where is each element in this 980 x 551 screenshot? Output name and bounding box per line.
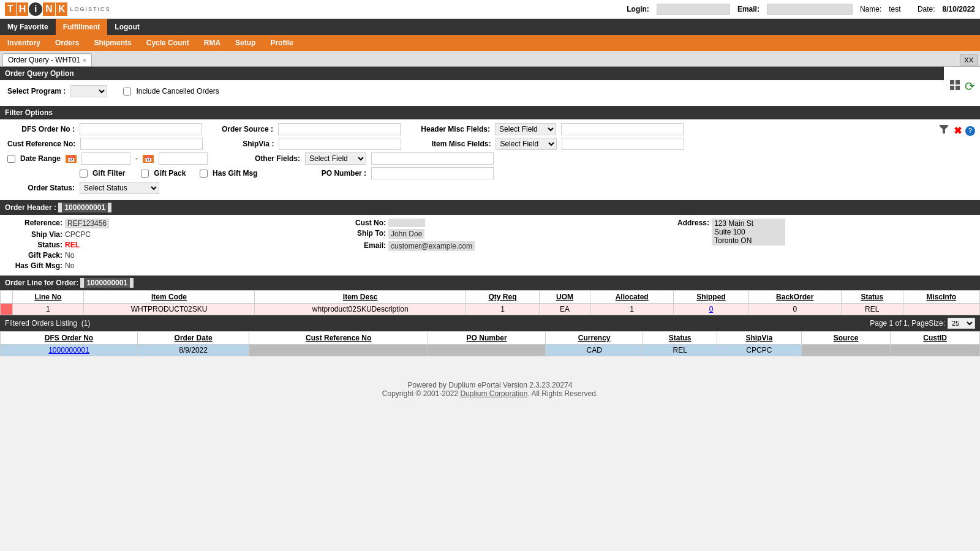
export-icon[interactable] bbox=[949, 79, 961, 94]
cust-ref-no-input[interactable] bbox=[80, 138, 203, 150]
fo-th-cust-id-link[interactable]: CustID bbox=[923, 334, 947, 342]
th-item-desc[interactable]: Item Desc bbox=[255, 291, 466, 304]
dfs-order-no-input[interactable] bbox=[80, 123, 202, 135]
filtered-orders-row[interactable]: 1000000001 8/9/2022 CAD REL CPCPC bbox=[1, 345, 980, 356]
header-misc-label: Header Misc Fields: bbox=[417, 125, 490, 133]
date-from-cal-btn[interactable]: 📅 bbox=[66, 155, 77, 163]
fo-th-ship-via-link[interactable]: ShipVia bbox=[745, 334, 772, 342]
login-input[interactable] bbox=[657, 4, 730, 15]
nav2-cycle-count[interactable]: Cycle Count bbox=[139, 35, 197, 51]
item-misc-value-input[interactable] bbox=[562, 138, 684, 150]
td-shipped[interactable]: 0 bbox=[674, 304, 749, 315]
order-source-input[interactable] bbox=[278, 123, 401, 135]
th-line-no-link[interactable]: Line No bbox=[34, 293, 61, 301]
other-fields-select[interactable]: Select Field bbox=[305, 152, 366, 165]
nav2-orders[interactable]: Orders bbox=[48, 35, 86, 51]
fo-th-order-date[interactable]: Order Date bbox=[138, 332, 249, 345]
th-qty-req[interactable]: Qty Req bbox=[466, 291, 540, 304]
nav1-logout[interactable]: Logout bbox=[107, 19, 147, 35]
th-misc-info[interactable]: MiscInfo bbox=[903, 291, 979, 304]
ship-via-input[interactable] bbox=[279, 138, 401, 150]
top-header: T H i N K LOGISTICS Login: Email: Name: … bbox=[0, 0, 980, 19]
nav1-fulfillment[interactable]: Fulfillment bbox=[56, 19, 108, 35]
th-allocated[interactable]: Allocated bbox=[590, 291, 674, 304]
fo-th-order-no[interactable]: DFS Order No bbox=[1, 332, 138, 345]
nav2-rma[interactable]: RMA bbox=[197, 35, 228, 51]
nav2-shipments[interactable]: Shipments bbox=[86, 35, 138, 51]
th-backorder-link[interactable]: BackOrder bbox=[776, 293, 813, 301]
fo-td-po-number bbox=[428, 345, 546, 356]
logo-k: K bbox=[56, 2, 68, 16]
th-uom[interactable]: UOM bbox=[539, 291, 590, 304]
date-from-input[interactable] bbox=[81, 152, 130, 165]
clear-filter-icon[interactable]: ✖ bbox=[954, 125, 962, 137]
th-item-desc-link[interactable]: Item Desc bbox=[343, 293, 378, 301]
fo-th-cust-id[interactable]: CustID bbox=[891, 332, 980, 345]
fo-th-po-number[interactable]: PO Number bbox=[428, 332, 546, 345]
fo-th-cust-ref-link[interactable]: Cust Reference No bbox=[306, 334, 371, 342]
fo-th-po-number-link[interactable]: PO Number bbox=[467, 334, 507, 342]
order-status-select[interactable]: Select Status REL HOLD PEND bbox=[80, 182, 159, 194]
td-shipped-link[interactable]: 0 bbox=[709, 305, 714, 313]
fo-th-order-date-link[interactable]: Order Date bbox=[175, 334, 213, 342]
date-to-input[interactable] bbox=[159, 152, 208, 165]
fo-th-status[interactable]: Status bbox=[643, 332, 717, 345]
th-misc-info-link[interactable]: MiscInfo bbox=[927, 293, 957, 301]
has-gift-msg-checkbox[interactable] bbox=[200, 170, 208, 178]
gift-pack-checkbox[interactable] bbox=[141, 170, 149, 178]
fo-th-ship-via[interactable]: ShipVia bbox=[717, 332, 801, 345]
tab-close[interactable]: × bbox=[83, 57, 86, 64]
th-shipped-link[interactable]: Shipped bbox=[696, 293, 725, 301]
reference-row: Reference: REF123456 bbox=[7, 219, 326, 228]
th-uom-link[interactable]: UOM bbox=[556, 293, 573, 301]
footer-link[interactable]: Duplium Corporation bbox=[460, 389, 527, 398]
date-range-checkbox[interactable] bbox=[7, 155, 15, 163]
help-icon[interactable]: ? bbox=[965, 126, 975, 136]
th-allocated-link[interactable]: Allocated bbox=[616, 293, 649, 301]
header-misc-select[interactable]: Select Field bbox=[495, 123, 556, 135]
logo-logistics: LOGISTICS bbox=[70, 6, 110, 12]
fo-th-currency[interactable]: Currency bbox=[545, 332, 643, 345]
th-shipped[interactable]: Shipped bbox=[674, 291, 749, 304]
fo-th-order-no-link[interactable]: DFS Order No bbox=[45, 334, 93, 342]
tab-close-button[interactable]: XX bbox=[960, 54, 978, 66]
fo-th-source[interactable]: Source bbox=[801, 332, 891, 345]
refresh-icon[interactable]: ⟳ bbox=[965, 79, 975, 94]
date-to-cal-btn[interactable]: 📅 bbox=[143, 155, 154, 163]
footer-line1: Powered by Duplium ePortal Version 2.3.2… bbox=[12, 381, 968, 389]
th-status[interactable]: Status bbox=[841, 291, 903, 304]
item-misc-select[interactable]: Select Field bbox=[496, 138, 557, 150]
nav2-profile[interactable]: Profile bbox=[263, 35, 300, 51]
po-number-input[interactable] bbox=[371, 167, 494, 179]
fo-th-status-link[interactable]: Status bbox=[669, 334, 692, 342]
name-label: Name: bbox=[860, 5, 881, 13]
th-status-link[interactable]: Status bbox=[861, 293, 883, 301]
gift-filter-checkbox[interactable] bbox=[80, 170, 88, 178]
th-item-code[interactable]: Item Code bbox=[83, 291, 255, 304]
program-select[interactable] bbox=[70, 85, 107, 97]
nav1-my-favorite[interactable]: My Favorite bbox=[0, 19, 56, 35]
th-line-no[interactable]: Line No bbox=[13, 291, 84, 304]
order-query-tab[interactable]: Order Query - WHT01 × bbox=[2, 53, 92, 66]
th-item-code-link[interactable]: Item Code bbox=[151, 293, 187, 301]
fo-th-source-link[interactable]: Source bbox=[834, 334, 859, 342]
page-size-select[interactable]: 25 50 100 bbox=[948, 318, 975, 329]
th-backorder[interactable]: BackOrder bbox=[748, 291, 841, 304]
order-source-label: Order Source : bbox=[218, 125, 273, 133]
nav2-setup[interactable]: Setup bbox=[228, 35, 263, 51]
filter-funnel-icon[interactable] bbox=[938, 123, 950, 138]
fo-td-order-no[interactable]: 1000000001 bbox=[1, 345, 138, 356]
fo-th-currency-link[interactable]: Currency bbox=[578, 334, 611, 342]
fo-td-ship-via: CPCPC bbox=[717, 345, 801, 356]
email-input[interactable] bbox=[767, 4, 853, 15]
program-row: Select Program : Include Cancelled Order… bbox=[7, 85, 937, 97]
fo-th-cust-ref[interactable]: Cust Reference No bbox=[249, 332, 428, 345]
include-cancelled-label: Include Cancelled Orders bbox=[136, 87, 219, 96]
th-qty-req-link[interactable]: Qty Req bbox=[488, 293, 516, 301]
other-fields-value-input[interactable] bbox=[371, 152, 494, 165]
filtered-orders-section: Filtered Orders Listing (1) Page 1 of 1,… bbox=[0, 315, 980, 356]
header-misc-value-input[interactable] bbox=[561, 123, 684, 135]
nav2-inventory[interactable]: Inventory bbox=[0, 35, 48, 51]
include-cancelled-checkbox[interactable] bbox=[123, 88, 131, 96]
fo-td-order-no-link[interactable]: 1000000001 bbox=[48, 346, 89, 354]
